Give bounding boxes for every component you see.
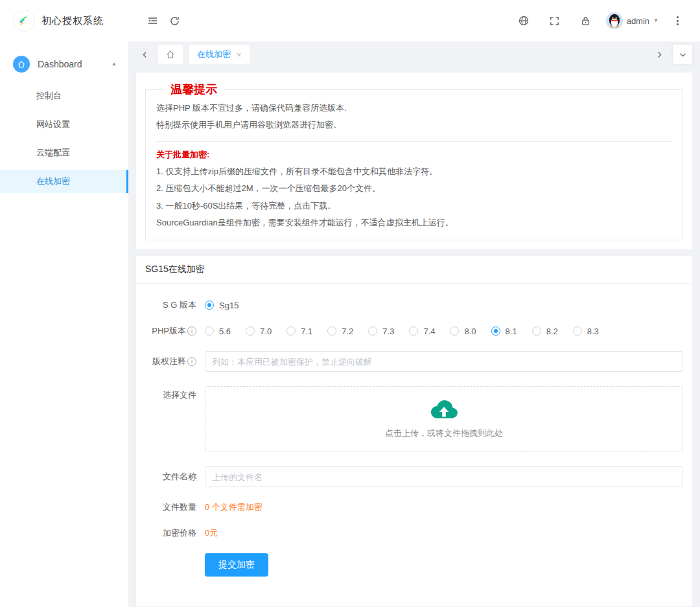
copyright-input[interactable]	[205, 351, 683, 372]
php-version-option[interactable]: 7.1	[286, 326, 312, 336]
file-select-row: 选择文件 点击上传，或将文件拖拽到此处	[145, 386, 683, 452]
sidebar-item[interactable]: 云端配置	[0, 141, 128, 165]
encryption-form-card: SG15在线加密 S G 版本 Sg15	[136, 256, 692, 606]
sidebar-item-label: 云端配置	[36, 147, 70, 159]
page-scroll-area[interactable]: 温馨提示 选择PHP 版本不宜过多，请确保代码兼容所选版本.特别提示使用手机用户…	[128, 67, 700, 607]
notice-line: 特别提示使用手机用户请用谷歌浏览器进行加密。	[156, 117, 672, 132]
main-content: 在线加密 × 温馨提示 选择PHP 版本不宜过多，请确保代码兼容所选版本.特	[128, 41, 700, 607]
rocket-logo-icon	[13, 10, 35, 32]
file-count-row: 文件数量 0 个文件需加密	[145, 501, 683, 513]
sidebar-collapse-icon[interactable]	[141, 10, 163, 32]
radio-unchecked-icon	[286, 326, 296, 336]
php-version-option[interactable]: 7.2	[327, 326, 353, 336]
file-select-label: 选择文件	[145, 386, 205, 401]
user-menu[interactable]: admin ▼	[606, 12, 659, 29]
copyright-row: 版权注释 i	[145, 351, 683, 372]
file-count-label: 文件数量	[145, 501, 205, 513]
php-version-value: 8.3	[587, 326, 599, 336]
radio-unchecked-icon	[246, 326, 255, 336]
radio-checked-icon	[491, 326, 500, 336]
php-version-row: PHP版本 i 5.67.07.17.27.37.48.08.18.28.3	[145, 325, 683, 337]
radio-checked-icon	[205, 301, 214, 310]
radio-unchecked-icon	[327, 326, 336, 336]
radio-unchecked-icon	[450, 326, 459, 336]
php-version-option[interactable]: 8.1	[491, 326, 517, 336]
php-version-value: 7.1	[301, 326, 312, 336]
submit-encryption-button[interactable]: 提交加密	[205, 553, 268, 577]
tab-label: 在线加密	[197, 49, 231, 60]
php-version-options: 5.67.07.17.27.37.48.08.18.28.3	[205, 326, 683, 336]
encryption-form: S G 版本 Sg15 PHP版本 i	[136, 284, 692, 577]
php-version-option[interactable]: 7.4	[409, 326, 435, 336]
sg-version-option[interactable]: Sg15	[205, 301, 239, 310]
price-value: 0元	[205, 527, 218, 539]
sidebar-item[interactable]: 控制台	[0, 84, 128, 108]
upload-dropzone[interactable]: 点击上传，或将文件拖拽到此处	[205, 386, 683, 452]
tabs-scroll-left-icon[interactable]	[137, 45, 152, 64]
sidebar-menu: 控制台网站设置云端配置在线加密	[0, 84, 128, 193]
filename-label: 文件名称	[145, 471, 205, 483]
tab-home-button[interactable]	[158, 45, 183, 64]
php-version-value: 7.3	[382, 326, 394, 336]
radio-unchecked-icon	[573, 326, 582, 336]
more-options-icon[interactable]	[668, 11, 687, 30]
app-window: 初心授权系统	[0, 0, 700, 607]
sidebar: Dashboard ▲ 控制台网站设置云端配置在线加密	[0, 41, 128, 607]
php-version-option[interactable]: 8.0	[450, 326, 476, 336]
refresh-icon[interactable]	[163, 10, 185, 32]
radio-unchecked-icon	[205, 326, 214, 336]
php-version-option[interactable]: 8.3	[573, 326, 599, 336]
batch-notice-line: SourceGuardian是组件加密，需要安装组件才能运行，不适合虚拟主机上运…	[156, 215, 672, 230]
php-version-value: 7.0	[260, 326, 272, 336]
php-label-text: PHP版本	[152, 325, 186, 337]
caret-up-icon: ▲	[111, 62, 117, 67]
sg-version-row: S G 版本 Sg15	[145, 299, 683, 311]
php-version-option[interactable]: 8.2	[532, 326, 558, 336]
file-count-value: 0 个文件需加密	[205, 501, 262, 513]
filename-row: 文件名称	[145, 466, 683, 487]
tabs-scroll-right-icon[interactable]	[652, 45, 666, 64]
submit-row: 提交加密	[145, 553, 683, 577]
price-row: 加密价格 0元	[145, 527, 683, 539]
lock-screen-icon[interactable]	[575, 10, 597, 32]
copyright-label-text: 版权注释	[152, 356, 186, 367]
batch-notice-title: 关于批量加密:	[156, 149, 672, 161]
php-version-value: 5.6	[219, 326, 231, 336]
sidebar-item-label: 控制台	[36, 90, 62, 102]
form-card-title: SG15在线加密	[136, 256, 692, 284]
php-version-option[interactable]: 7.3	[368, 326, 394, 336]
tab-bar: 在线加密 ×	[128, 41, 700, 67]
radio-unchecked-icon	[532, 326, 541, 336]
sidebar-item[interactable]: 网站设置	[0, 113, 128, 136]
filename-input[interactable]	[205, 466, 683, 487]
tabs-menu-icon[interactable]	[673, 45, 692, 64]
fullscreen-icon[interactable]	[544, 10, 566, 32]
sidebar-item-label: 网站设置	[36, 119, 70, 130]
copyright-label: 版权注释 i	[145, 356, 205, 367]
sidebar-group-label: Dashboard	[38, 59, 104, 69]
php-version-value: 7.2	[342, 326, 353, 336]
upload-hint-text: 点击上传，或将文件拖拽到此处	[385, 428, 503, 439]
batch-notice-line: 1. 仅支持上传zip后缀的压缩文件，所有目录不能包含中文和其他非法字符。	[156, 164, 672, 179]
topbar-right: admin ▼	[513, 10, 687, 32]
php-version-option[interactable]: 7.0	[246, 326, 272, 336]
sidebar-group-dashboard[interactable]: Dashboard ▲	[0, 49, 128, 79]
app-title: 初心授权系统	[41, 15, 104, 27]
brand-area: 初心授权系统	[0, 10, 128, 32]
topbar-main: admin ▼	[128, 10, 700, 32]
tab-online-encryption[interactable]: 在线加密 ×	[189, 45, 250, 64]
info-icon[interactable]: i	[187, 326, 196, 336]
notice-title: 温馨提示	[164, 82, 224, 97]
php-version-value: 8.2	[546, 326, 558, 336]
php-version-label: PHP版本 i	[145, 325, 205, 337]
php-version-option[interactable]: 5.6	[205, 326, 231, 336]
sg-option-label: Sg15	[219, 301, 239, 310]
sidebar-item[interactable]: 在线加密	[0, 170, 128, 193]
php-version-value: 7.4	[423, 326, 435, 336]
top-header: 初心授权系统	[0, 0, 700, 41]
language-globe-icon[interactable]	[513, 10, 535, 32]
price-label: 加密价格	[145, 527, 205, 539]
php-version-value: 8.0	[464, 326, 476, 336]
tab-close-icon[interactable]: ×	[237, 50, 242, 60]
info-icon[interactable]: i	[187, 357, 196, 366]
